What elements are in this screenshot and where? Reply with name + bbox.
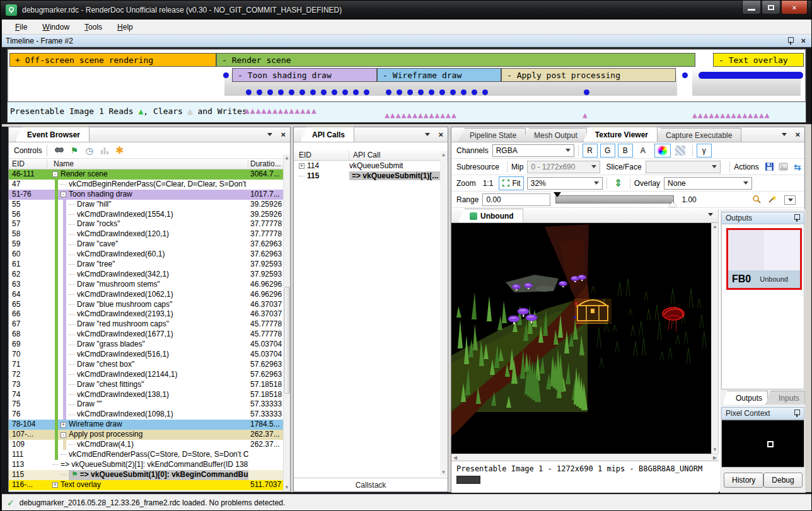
event-row[interactable]: 60 vkCmdDrawIndexed(60,1) 37.62963 [9, 250, 290, 260]
expander-icon[interactable]: + [299, 163, 304, 169]
event-row[interactable]: 73 Draw "chest fittings" 57.18518 [9, 380, 290, 390]
find-icon[interactable] [52, 144, 66, 157]
event-row[interactable]: 75 Draw "" 57.33333 [9, 399, 290, 410]
api-call-row[interactable]: 115 => vkQueueSubmit(1)[... [294, 171, 448, 181]
channel-r-button[interactable]: R [583, 144, 598, 158]
timeline-bar-wireframe[interactable]: - Wireframe draw [377, 68, 501, 82]
bookmark-icon[interactable]: ✱ [113, 144, 127, 157]
goto-resource-icon[interactable]: ⇆ [791, 161, 804, 173]
tab-mesh-output[interactable]: Mesh Output [522, 128, 587, 142]
event-row[interactable]: 74 vkCmdDrawIndexed(138,1) 57.18518 [9, 390, 290, 400]
tab-pipeline-state[interactable]: Pipeline State [458, 128, 526, 142]
expander-icon[interactable]: + [52, 482, 58, 488]
event-row[interactable]: 57 Draw "rocks" 37.77778 [9, 219, 290, 229]
event-row[interactable]: 107-... -Apply post processing 262.37... [9, 430, 290, 440]
texture-hscrollbar[interactable]: ◀ ▶ [451, 454, 719, 461]
event-row[interactable]: 58 vkCmdDrawIndexed(120,1) 37.77778 [9, 229, 290, 239]
event-row[interactable]: 69 Draw "grass blades" 45.03704 [9, 340, 290, 350]
range-max-input[interactable]: 1.00 [678, 193, 741, 206]
timeline-bar-render-scene[interactable]: - Render scene [216, 53, 695, 67]
panel-close-icon[interactable]: × [279, 130, 287, 139]
event-row[interactable]: 63 Draw "mushroom stems" 46.96296 [9, 280, 290, 290]
timeline-close-icon[interactable]: × [799, 36, 808, 45]
save-icon[interactable] [763, 161, 776, 173]
history-button[interactable]: History [724, 473, 763, 488]
pin-icon[interactable] [787, 37, 794, 45]
event-row[interactable]: 72 vkCmdDrawIndexed(12144,1) 57.62963 [9, 370, 290, 380]
event-row[interactable]: 62 vkCmdDrawIndexed(342,1) 37.92593 [9, 270, 290, 280]
event-row[interactable]: 65 Draw "blue mushroom caps" 46.37037 [9, 300, 290, 310]
pin-icon[interactable] [794, 214, 800, 222]
range-slider[interactable] [555, 195, 674, 204]
tab-outputs[interactable]: Outputs [722, 391, 768, 405]
event-row[interactable]: 76 vkCmdDrawIndexed(1098,1) 57.33333 [9, 410, 290, 420]
fit-button[interactable]: Fit [499, 176, 523, 190]
expander-icon[interactable]: - [61, 192, 66, 197]
event-row[interactable]: 68 vkCmdDrawIndexed(1677,1) 45.77778 [9, 330, 290, 340]
api-calls-scrollbar[interactable]: ▲ ▼ [440, 151, 447, 476]
menu-file[interactable]: File [9, 21, 33, 33]
event-browser-scrollbar[interactable]: ▲ ▼ [283, 154, 290, 491]
zoom-combo[interactable]: 32% [527, 177, 603, 190]
range-white-point-handle[interactable] [669, 202, 676, 207]
event-row[interactable]: 67 Draw "red mushroom caps" 45.77778 [9, 319, 290, 330]
event-row[interactable]: 59 Draw "cave" 37.62963 [9, 239, 290, 250]
event-row[interactable]: 109 vkCmdDraw(4,1) 262.37... [9, 440, 290, 450]
channels-combo[interactable]: RGBA [492, 144, 574, 157]
event-row[interactable]: 78-104 +Wireframe draw 1784.5... [9, 420, 290, 430]
autofit-range-icon[interactable] [750, 193, 763, 206]
channel-b-button[interactable]: B [618, 144, 633, 158]
close-button[interactable]: × [781, 1, 808, 14]
pin-icon[interactable] [794, 410, 800, 417]
chevron-down-icon[interactable] [425, 133, 430, 136]
event-row[interactable]: 71 Draw "chest box" 57.62963 [9, 360, 290, 370]
tab-api-calls[interactable]: API Calls [300, 127, 354, 142]
range-options-button[interactable] [784, 195, 796, 205]
overlay-combo[interactable]: None [664, 177, 752, 190]
event-row[interactable]: 111 vkCmdEndRenderPass(C=Store, D=Store,… [9, 450, 290, 460]
event-row[interactable]: 47 vkCmdBeginRenderPass(C=Clear, D=Clear… [9, 180, 290, 190]
panel-close-icon[interactable]: × [436, 130, 445, 139]
texture-image[interactable] [451, 223, 711, 454]
tab-capture-executable[interactable]: Capture Executable [654, 128, 741, 142]
checkerboard-button[interactable] [672, 144, 688, 158]
callstack-footer[interactable]: Callstack [294, 478, 448, 491]
pixel-context-canvas[interactable] [721, 420, 804, 468]
channel-a-button[interactable]: A [635, 144, 651, 158]
mip-combo[interactable]: 0 - 1272x690 [527, 161, 600, 173]
chevron-down-icon[interactable] [267, 133, 272, 136]
range-min-input[interactable]: 0.00 [482, 193, 550, 206]
open-image-icon[interactable] [777, 161, 790, 173]
tab-inputs[interactable]: Inputs [765, 391, 805, 405]
range-black-point-handle[interactable] [554, 192, 561, 197]
event-row[interactable]: 51-76 -Toon shading draw 1017.7... [9, 190, 290, 200]
event-row[interactable]: 66 vkCmdDrawIndexed(2193,1) 46.37037 [9, 309, 290, 319]
event-row[interactable]: 64 vkCmdDrawIndexed(1062,1) 46.96296 [9, 290, 290, 300]
timeline-bar-text-overlay[interactable]: - Text overlay [713, 53, 804, 67]
event-row[interactable]: 61 Draw "tree" 37.92593 [9, 260, 290, 270]
debug-button[interactable]: Debug [763, 473, 802, 488]
event-row[interactable]: 116-... +Text overlay 511.7037 [9, 480, 290, 490]
zoom-1to1-button[interactable]: 1:1 [480, 176, 497, 190]
menu-window[interactable]: Window [37, 21, 75, 33]
minimize-button[interactable] [742, 1, 761, 14]
expander-icon[interactable]: - [52, 171, 58, 177]
event-row[interactable]: 46-111 -Render scene 3064.7... [9, 169, 290, 180]
channel-g-button[interactable]: G [600, 144, 615, 158]
event-row[interactable]: 113 => vkQueueSubmit(2)[1]: vkEndCommand… [9, 460, 290, 470]
colorwheel-button[interactable] [654, 144, 671, 158]
tab-event-browser[interactable]: Event Browser [15, 127, 90, 142]
event-row[interactable]: 56 vkCmdDrawIndexed(1554,1) 39.25926 [9, 210, 290, 220]
gamma-button[interactable]: γ [697, 144, 712, 158]
event-row[interactable]: 70 vkCmdDrawIndexed(516,1) 45.03704 [9, 350, 290, 360]
jump-to-eid-icon[interactable]: ⚑ [67, 144, 81, 157]
range-wand-icon[interactable] [765, 193, 779, 206]
flip-y-icon[interactable]: ⇕ [612, 177, 625, 190]
timeline-bar-toon[interactable]: - Toon shading draw [232, 68, 377, 82]
tab-texture-viewer[interactable]: Texture Viewer [583, 127, 658, 142]
api-call-row[interactable]: +114 vkQueueSubmit [294, 161, 448, 171]
time-durations-icon[interactable]: ◷ [83, 144, 96, 157]
chevron-down-icon[interactable] [782, 133, 787, 136]
event-row[interactable]: 55 Draw "hill" 39.25926 [9, 200, 290, 210]
slice-face-combo[interactable] [646, 161, 721, 173]
